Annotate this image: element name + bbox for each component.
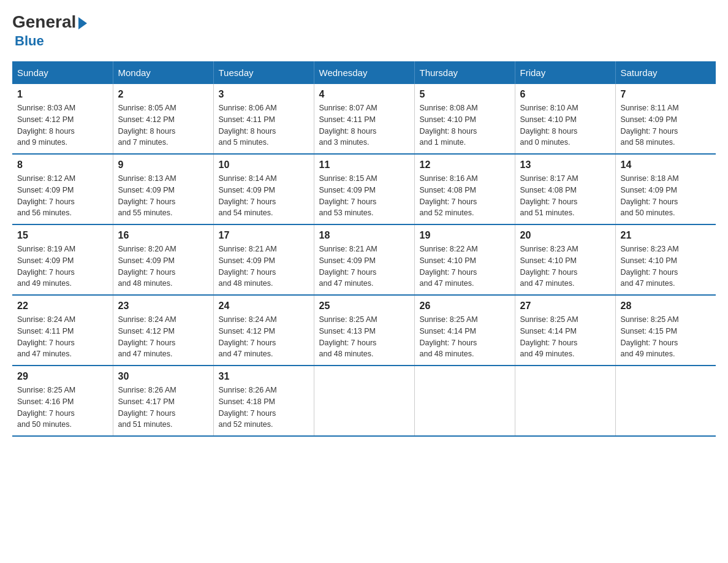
day-number: 10 (219, 159, 309, 170)
calendar-header-row: SundayMondayTuesdayWednesdayThursdayFrid… (12, 61, 716, 84)
day-number: 18 (319, 230, 409, 241)
day-info: Sunrise: 8:25 AMSunset: 4:16 PMDaylight:… (17, 385, 108, 431)
day-number: 15 (17, 230, 108, 241)
logo-arrow-icon (78, 17, 87, 29)
calendar-cell: 7Sunrise: 8:11 AMSunset: 4:09 PMDaylight… (615, 84, 716, 154)
day-info: Sunrise: 8:19 AMSunset: 4:09 PMDaylight:… (17, 243, 108, 289)
week-row-3: 15Sunrise: 8:19 AMSunset: 4:09 PMDayligh… (12, 224, 716, 295)
day-info: Sunrise: 8:14 AMSunset: 4:09 PMDaylight:… (219, 173, 309, 219)
calendar-cell: 27Sunrise: 8:25 AMSunset: 4:14 PMDayligh… (515, 295, 615, 366)
calendar-cell: 4Sunrise: 8:07 AMSunset: 4:11 PMDaylight… (314, 84, 414, 154)
logo-text: General (12, 12, 87, 32)
header-saturday: Saturday (615, 61, 716, 84)
calendar-cell: 20Sunrise: 8:23 AMSunset: 4:10 PMDayligh… (515, 224, 615, 295)
day-number: 13 (520, 159, 610, 170)
calendar-cell: 15Sunrise: 8:19 AMSunset: 4:09 PMDayligh… (12, 224, 113, 295)
calendar-cell: 29Sunrise: 8:25 AMSunset: 4:16 PMDayligh… (12, 366, 113, 436)
calendar-cell (515, 366, 615, 436)
day-info: Sunrise: 8:11 AMSunset: 4:09 PMDaylight:… (621, 102, 711, 148)
header-sunday: Sunday (12, 61, 113, 84)
day-info: Sunrise: 8:22 AMSunset: 4:10 PMDaylight:… (420, 243, 510, 289)
day-number: 3 (219, 89, 309, 100)
logo: General Blue (12, 12, 87, 49)
day-info: Sunrise: 8:08 AMSunset: 4:10 PMDaylight:… (420, 102, 510, 148)
day-info: Sunrise: 8:05 AMSunset: 4:12 PMDaylight:… (118, 102, 208, 148)
day-number: 6 (520, 89, 610, 100)
day-info: Sunrise: 8:24 AMSunset: 4:12 PMDaylight:… (118, 314, 208, 360)
calendar-cell: 14Sunrise: 8:18 AMSunset: 4:09 PMDayligh… (615, 154, 716, 224)
day-info: Sunrise: 8:25 AMSunset: 4:14 PMDaylight:… (420, 314, 510, 360)
day-info: Sunrise: 8:16 AMSunset: 4:08 PMDaylight:… (420, 173, 510, 219)
week-row-2: 8Sunrise: 8:12 AMSunset: 4:09 PMDaylight… (12, 154, 716, 224)
calendar-cell: 13Sunrise: 8:17 AMSunset: 4:08 PMDayligh… (515, 154, 615, 224)
calendar-cell (414, 366, 515, 436)
week-row-1: 1Sunrise: 8:03 AMSunset: 4:12 PMDaylight… (12, 84, 716, 154)
day-number: 31 (219, 371, 309, 382)
header-wednesday: Wednesday (314, 61, 414, 84)
header-monday: Monday (113, 61, 213, 84)
day-info: Sunrise: 8:10 AMSunset: 4:10 PMDaylight:… (520, 102, 610, 148)
calendar-cell: 30Sunrise: 8:26 AMSunset: 4:17 PMDayligh… (113, 366, 213, 436)
day-info: Sunrise: 8:24 AMSunset: 4:11 PMDaylight:… (17, 314, 108, 360)
logo-general-text: General (12, 12, 76, 32)
day-info: Sunrise: 8:06 AMSunset: 4:11 PMDaylight:… (219, 102, 309, 148)
day-info: Sunrise: 8:21 AMSunset: 4:09 PMDaylight:… (319, 243, 409, 289)
day-number: 22 (17, 301, 108, 312)
day-info: Sunrise: 8:21 AMSunset: 4:09 PMDaylight:… (219, 243, 309, 289)
calendar-cell: 28Sunrise: 8:25 AMSunset: 4:15 PMDayligh… (615, 295, 716, 366)
calendar-cell: 18Sunrise: 8:21 AMSunset: 4:09 PMDayligh… (314, 224, 414, 295)
calendar-cell: 19Sunrise: 8:22 AMSunset: 4:10 PMDayligh… (414, 224, 515, 295)
calendar-cell: 11Sunrise: 8:15 AMSunset: 4:09 PMDayligh… (314, 154, 414, 224)
day-info: Sunrise: 8:23 AMSunset: 4:10 PMDaylight:… (621, 243, 711, 289)
day-number: 20 (520, 230, 610, 241)
day-number: 28 (621, 301, 711, 312)
logo-blue-word: Blue (15, 33, 87, 49)
day-number: 27 (520, 301, 610, 312)
calendar-cell: 16Sunrise: 8:20 AMSunset: 4:09 PMDayligh… (113, 224, 213, 295)
calendar-cell: 22Sunrise: 8:24 AMSunset: 4:11 PMDayligh… (12, 295, 113, 366)
day-info: Sunrise: 8:25 AMSunset: 4:15 PMDaylight:… (621, 314, 711, 360)
day-info: Sunrise: 8:12 AMSunset: 4:09 PMDaylight:… (17, 173, 108, 219)
day-info: Sunrise: 8:26 AMSunset: 4:18 PMDaylight:… (219, 385, 309, 431)
page-header: General Blue (12, 12, 716, 49)
day-number: 23 (118, 301, 208, 312)
header-friday: Friday (515, 61, 615, 84)
day-number: 14 (621, 159, 711, 170)
day-info: Sunrise: 8:07 AMSunset: 4:11 PMDaylight:… (319, 102, 409, 148)
day-number: 17 (219, 230, 309, 241)
calendar-table: SundayMondayTuesdayWednesdayThursdayFrid… (12, 61, 716, 437)
calendar-cell: 5Sunrise: 8:08 AMSunset: 4:10 PMDaylight… (414, 84, 515, 154)
week-row-4: 22Sunrise: 8:24 AMSunset: 4:11 PMDayligh… (12, 295, 716, 366)
day-number: 9 (118, 159, 208, 170)
day-info: Sunrise: 8:23 AMSunset: 4:10 PMDaylight:… (520, 243, 610, 289)
day-number: 26 (420, 301, 510, 312)
calendar-cell: 2Sunrise: 8:05 AMSunset: 4:12 PMDaylight… (113, 84, 213, 154)
calendar-cell: 17Sunrise: 8:21 AMSunset: 4:09 PMDayligh… (213, 224, 314, 295)
calendar-cell: 31Sunrise: 8:26 AMSunset: 4:18 PMDayligh… (213, 366, 314, 436)
day-number: 2 (118, 89, 208, 100)
day-number: 29 (17, 371, 108, 382)
day-number: 1 (17, 89, 108, 100)
calendar-cell: 10Sunrise: 8:14 AMSunset: 4:09 PMDayligh… (213, 154, 314, 224)
calendar-cell: 8Sunrise: 8:12 AMSunset: 4:09 PMDaylight… (12, 154, 113, 224)
day-info: Sunrise: 8:15 AMSunset: 4:09 PMDaylight:… (319, 173, 409, 219)
day-number: 16 (118, 230, 208, 241)
day-number: 12 (420, 159, 510, 170)
calendar-cell: 26Sunrise: 8:25 AMSunset: 4:14 PMDayligh… (414, 295, 515, 366)
day-info: Sunrise: 8:24 AMSunset: 4:12 PMDaylight:… (219, 314, 309, 360)
day-info: Sunrise: 8:26 AMSunset: 4:17 PMDaylight:… (118, 385, 208, 431)
calendar-cell: 12Sunrise: 8:16 AMSunset: 4:08 PMDayligh… (414, 154, 515, 224)
header-thursday: Thursday (414, 61, 515, 84)
week-row-5: 29Sunrise: 8:25 AMSunset: 4:16 PMDayligh… (12, 366, 716, 436)
calendar-cell: 3Sunrise: 8:06 AMSunset: 4:11 PMDaylight… (213, 84, 314, 154)
day-number: 21 (621, 230, 711, 241)
day-info: Sunrise: 8:03 AMSunset: 4:12 PMDaylight:… (17, 102, 108, 148)
calendar-cell: 21Sunrise: 8:23 AMSunset: 4:10 PMDayligh… (615, 224, 716, 295)
day-number: 5 (420, 89, 510, 100)
calendar-cell: 23Sunrise: 8:24 AMSunset: 4:12 PMDayligh… (113, 295, 213, 366)
day-info: Sunrise: 8:25 AMSunset: 4:13 PMDaylight:… (319, 314, 409, 360)
day-number: 7 (621, 89, 711, 100)
day-info: Sunrise: 8:17 AMSunset: 4:08 PMDaylight:… (520, 173, 610, 219)
day-number: 11 (319, 159, 409, 170)
calendar-cell: 24Sunrise: 8:24 AMSunset: 4:12 PMDayligh… (213, 295, 314, 366)
